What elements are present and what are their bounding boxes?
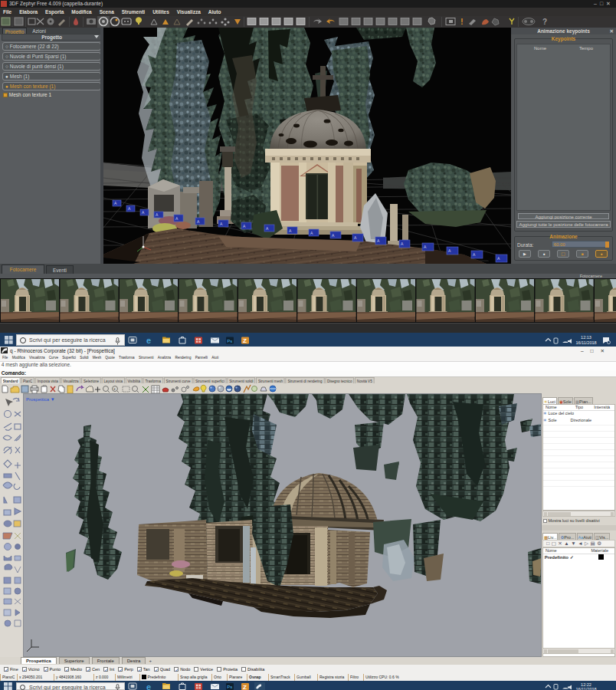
svg-text:Ps: Ps	[227, 339, 232, 343]
svg-text:!: !	[460, 17, 464, 26]
svg-text:Z: Z	[243, 337, 247, 344]
svg-text:Z: Z	[243, 684, 247, 690]
svg-text:Ps: Ps	[227, 685, 232, 689]
svg-text:+: +	[113, 386, 116, 391]
svg-text:e: e	[146, 336, 151, 345]
svg-text:e: e	[146, 682, 151, 690]
svg-text:Prospettica ▼: Prospettica ▼	[26, 397, 55, 402]
svg-text:?: ?	[542, 18, 547, 26]
